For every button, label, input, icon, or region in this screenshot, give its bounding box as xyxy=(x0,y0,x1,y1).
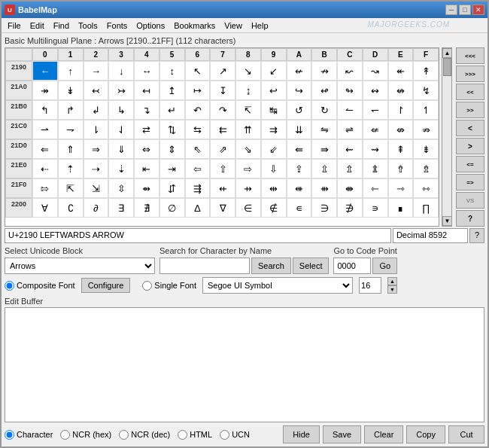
char-cell[interactable]: ⇍ xyxy=(363,120,388,139)
scroll-track[interactable] xyxy=(442,58,451,216)
edit-buffer-textarea[interactable] xyxy=(5,307,484,422)
char-cell[interactable]: ⇇ xyxy=(210,120,235,139)
char-cell[interactable]: ⇔ xyxy=(134,139,159,159)
char-cell[interactable]: ↕ xyxy=(159,61,185,81)
char-cell[interactable]: ⇝ xyxy=(363,139,388,159)
char-cell[interactable]: ⇴ xyxy=(134,178,159,198)
char-cell[interactable]: ⇟ xyxy=(413,139,439,159)
char-cell[interactable]: ⇲ xyxy=(84,178,109,198)
hide-button[interactable]: Hide xyxy=(283,425,320,443)
char-cell[interactable]: ⇗ xyxy=(210,139,235,159)
search-button[interactable]: Search xyxy=(251,258,291,274)
char-cell[interactable]: ∃ xyxy=(108,198,134,218)
font-select[interactable]: Segoe UI Symbol xyxy=(202,277,353,294)
char-cell[interactable]: ∏ xyxy=(413,198,439,218)
ncr-hex-radio[interactable] xyxy=(60,430,70,440)
char-cell[interactable]: ⇭ xyxy=(363,159,388,178)
char-cell[interactable]: ⇈ xyxy=(235,120,261,139)
char-cell[interactable]: ⇱ xyxy=(58,178,84,198)
char-cell[interactable]: ⇘ xyxy=(235,139,261,159)
menu-find[interactable]: Find xyxy=(49,20,74,32)
char-cell[interactable]: ↹ xyxy=(261,100,287,120)
font-size-spinner[interactable]: ▲ ▼ xyxy=(387,277,397,294)
unicode-block-select[interactable]: Arrows Basic Latin Latin-1 Supplement Ge… xyxy=(5,258,155,274)
ucn-radio[interactable] xyxy=(220,430,229,440)
char-cell[interactable]: ⇦ xyxy=(185,159,211,178)
char-cell[interactable]: ⇶ xyxy=(185,178,211,198)
char-cell[interactable]: ↝ xyxy=(363,61,388,81)
menu-fonts[interactable]: Fonts xyxy=(102,20,132,32)
char-cell[interactable]: ∀ xyxy=(32,198,58,218)
nav-next-button[interactable]: > xyxy=(456,138,484,154)
char-cell[interactable]: ⇸ xyxy=(235,178,261,198)
vs-button[interactable]: VS xyxy=(456,192,484,209)
char-cell[interactable]: ↩ xyxy=(261,81,287,100)
char-cell[interactable]: ⇓ xyxy=(108,139,134,159)
char-cell[interactable]: ↽ xyxy=(363,100,388,120)
menu-edit[interactable]: Edit xyxy=(26,20,49,32)
char-cell[interactable]: ← xyxy=(32,61,58,81)
char-cell[interactable]: ↱ xyxy=(58,100,84,120)
char-cell[interactable]: ∆ xyxy=(185,198,211,218)
composite-font-radio-label[interactable]: Composite Font xyxy=(5,281,75,291)
char-cell[interactable]: ⇒ xyxy=(84,139,109,159)
char-cell[interactable]: ⇛ xyxy=(311,139,337,159)
char-help-button[interactable]: ? xyxy=(469,228,484,243)
char-cell[interactable]: ↿ xyxy=(413,100,439,120)
nav-forward-button[interactable]: >> xyxy=(456,102,484,118)
char-cell[interactable]: ⇠ xyxy=(32,159,58,178)
char-cell[interactable]: ⇽ xyxy=(363,178,388,198)
cut-button[interactable]: Cut xyxy=(448,425,484,443)
char-cell[interactable]: ⇣ xyxy=(108,159,134,178)
char-cell[interactable]: ⇺ xyxy=(287,178,312,198)
char-cell[interactable]: ⇁ xyxy=(58,120,84,139)
char-cell[interactable]: ↜ xyxy=(337,61,363,81)
char-cell[interactable]: ∈ xyxy=(235,198,261,218)
char-cell[interactable]: ↑ xyxy=(58,61,84,81)
ncr-hex-radio-label[interactable]: NCR (hex) xyxy=(60,430,111,440)
ncr-dec-radio[interactable] xyxy=(119,430,129,440)
ucn-radio-label[interactable]: UCN xyxy=(220,430,250,440)
char-cell[interactable]: ⇪ xyxy=(287,159,312,178)
char-cell[interactable]: ⇑ xyxy=(58,139,84,159)
select-button[interactable]: Select xyxy=(293,258,330,274)
char-cell[interactable]: ⇼ xyxy=(337,178,363,198)
char-cell[interactable]: ∎ xyxy=(388,198,414,218)
char-cell[interactable]: ↸ xyxy=(235,100,261,120)
scroll-down-button[interactable]: ▼ xyxy=(442,216,452,226)
char-cell[interactable]: ↣ xyxy=(108,81,134,100)
char-cell[interactable]: ⇻ xyxy=(311,178,337,198)
char-cell[interactable]: ∂ xyxy=(84,198,109,218)
char-cell[interactable]: ↧ xyxy=(210,81,235,100)
char-cell[interactable]: ↠ xyxy=(32,81,58,100)
char-cell[interactable]: ↚ xyxy=(287,61,312,81)
character-radio-label[interactable]: Character xyxy=(5,430,53,440)
char-cell[interactable]: ⇋ xyxy=(311,120,337,139)
char-cell[interactable]: ⇰ xyxy=(32,178,58,198)
close-button[interactable]: ✕ xyxy=(472,5,484,15)
nav-far-forward-button[interactable]: <<< xyxy=(456,47,484,64)
search-input[interactable] xyxy=(159,258,250,274)
char-cell[interactable]: ⇫ xyxy=(311,159,337,178)
font-size-input[interactable] xyxy=(359,277,381,294)
html-radio-label[interactable]: HTML xyxy=(178,430,212,440)
goto-button[interactable]: Go xyxy=(372,258,397,274)
char-cell[interactable]: ⇎ xyxy=(388,120,414,139)
char-cell[interactable]: ∌ xyxy=(337,198,363,218)
copy-button[interactable]: Copy xyxy=(406,425,445,443)
nav-prev2-button[interactable]: <= xyxy=(456,156,484,172)
char-cell[interactable]: ↔ xyxy=(134,61,159,81)
char-cell[interactable]: ⇖ xyxy=(185,139,211,159)
clear-button[interactable]: Clear xyxy=(364,425,403,443)
char-cell[interactable]: ⇡ xyxy=(58,159,84,178)
nav-far-back-button[interactable]: >>> xyxy=(456,66,484,82)
char-cell[interactable]: ⇢ xyxy=(84,159,109,178)
char-cell[interactable]: ↴ xyxy=(134,100,159,120)
single-font-radio-label[interactable]: Single Font xyxy=(142,281,196,291)
maximize-button[interactable]: □ xyxy=(459,5,471,15)
char-cell[interactable]: ⇤ xyxy=(134,159,159,178)
char-cell[interactable]: ⇹ xyxy=(261,178,287,198)
menu-file[interactable]: File xyxy=(3,20,26,32)
char-cell[interactable]: ↘ xyxy=(235,61,261,81)
char-cell[interactable]: ⇉ xyxy=(261,120,287,139)
